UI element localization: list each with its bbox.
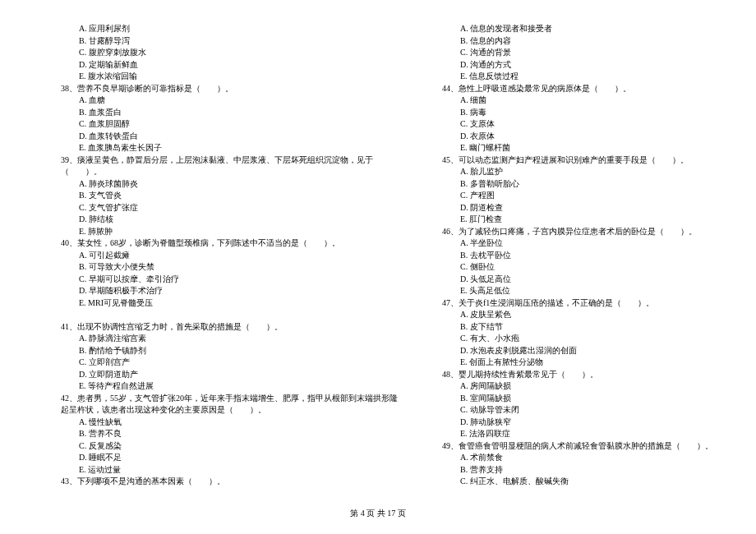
option-line: C. 支气管扩张症	[41, 202, 398, 214]
option-line: E. 血浆胰岛素生长因子	[41, 142, 398, 154]
option-line: A. 细菌	[422, 94, 715, 107]
question-line: 44、急性上呼吸道感染最常见的病原体是（ ）。	[422, 83, 715, 95]
right-column: A. 信息的发现者和接受者B. 信息的内容C. 沟通的背景D. 沟通的方式E. …	[422, 23, 715, 488]
option-line: B. 室间隔缺损	[422, 393, 715, 405]
option-line: B. 支气管炎	[41, 190, 398, 202]
option-line: E. 信息反馈过程	[422, 71, 715, 83]
question-line: 47、关于炎f1生浸润期压疮的描述，不正确的是（ ）。	[422, 297, 715, 310]
option-line: B. 去枕平卧位	[422, 250, 715, 262]
page-columns: A. 应用利尿剂B. 甘露醇导泻C. 腹腔穿刺放腹水D. 定期输新鲜血E. 腹水…	[41, 23, 715, 488]
question-line: 40、某女性，68岁，诊断为脊髓型颈椎病，下列陈述中不适当的是（ ）。	[41, 237, 398, 250]
question-line: 起呈杵状，该患者出现这种变化的主要原因是（ ）。	[41, 404, 398, 417]
option-line: C. 立即剖宫产	[41, 357, 398, 369]
option-line: A. 皮肤呈紫色	[422, 309, 715, 321]
option-line: A. 术前禁食	[422, 452, 715, 464]
option-line: C. 血浆胆固醇	[41, 118, 398, 131]
option-line: D. 肺结核	[41, 214, 398, 226]
option-line: A. 信息的发现者和接受者	[422, 23, 715, 35]
option-line: C. 纠正水、电解质、酸碱失衡	[422, 476, 715, 488]
option-line: E. 肺脓肿	[41, 226, 398, 238]
option-line: D. 早期随积极手术治疗	[41, 285, 398, 297]
option-line: D. 定期输新鲜血	[41, 59, 398, 71]
option-line: A. 血糖	[41, 94, 398, 107]
option-line: C. 沟通的背景	[422, 47, 715, 59]
option-line: C. 支原体	[422, 118, 715, 131]
option-line: B. 皮下结节	[422, 321, 715, 334]
option-line: E. 法洛四联症	[422, 428, 715, 440]
option-line: A. 胎儿监护	[422, 166, 715, 178]
option-line: C. 动脉导管未闭	[422, 404, 715, 417]
option-line: D. 衣原体	[422, 131, 715, 143]
question-line: 42、患者男，55岁，支气管扩张20年，近年来手指末端增生、肥厚，指甲从根部到末…	[41, 393, 398, 405]
option-line: D. 睡眠不足	[41, 452, 398, 464]
option-line: E. 幽门螺杆菌	[422, 142, 715, 154]
option-line: A. 房间隔缺损	[422, 380, 715, 393]
question-line	[41, 309, 398, 321]
option-line: A. 静脉滴注缩宫素	[41, 333, 398, 345]
question-line: 49、食管癌食管明显梗阻的病人术前减轻食管黏膜水肿的措施是（ ）。	[422, 440, 715, 453]
question-line: 45、可以动态监测产妇产程进展和识别难产的重要手段是（ ）。	[422, 154, 715, 167]
option-line: B. 可导致大小便失禁	[41, 261, 398, 274]
option-line: E. 运动过量	[41, 464, 398, 476]
option-line: C. 腹腔穿刺放腹水	[41, 47, 398, 59]
option-line: D. 水泡表皮剥脱露出湿润的创面	[422, 345, 715, 357]
option-line: B. 酌情给予镇静剂	[41, 345, 398, 357]
option-line: E. 创面上有脓性分泌物	[422, 357, 715, 369]
option-line: B. 多普勒听胎心	[422, 178, 715, 191]
option-line: A. 可引起截瘫	[41, 250, 398, 262]
option-line: A. 应用利尿剂	[41, 23, 398, 35]
question-line: 46、为了减轻伤口疼痛，子宫内膜异位症患者术后的卧位是（ ）。	[422, 226, 715, 238]
option-line: C. 有大、小水疱	[422, 333, 715, 345]
option-line: B. 营养不良	[41, 428, 398, 440]
option-line: E. 肛门检查	[422, 214, 715, 226]
option-line: A. 慢性缺氧	[41, 417, 398, 429]
page-footer: 第 4 页 共 17 页	[0, 508, 756, 519]
option-line: B. 信息的内容	[422, 35, 715, 48]
question-line: 41、出现不协调性宫缩乏力时，首先采取的措施是（ ）。	[41, 321, 398, 334]
option-line: C. 反复感染	[41, 440, 398, 453]
option-line: C. 早期可以按摩、牵引治疗	[41, 274, 398, 286]
option-line: C. 侧卧位	[422, 261, 715, 274]
option-line: B. 甘露醇导泻	[41, 35, 398, 48]
option-line: B. 营养支持	[422, 464, 715, 476]
option-line: A. 肺炎球菌肺炎	[41, 178, 398, 191]
option-line: E. 等待产程自然进展	[41, 380, 398, 393]
option-line: D. 沟通的方式	[422, 59, 715, 71]
option-line: D. 肺动脉狭窄	[422, 417, 715, 429]
option-line: A. 半坐卧位	[422, 237, 715, 250]
option-line: D. 阴道检查	[422, 202, 715, 214]
option-line: C. 产程图	[422, 190, 715, 202]
question-line: 38、营养不良早期诊断的可靠指标是（ ）。	[41, 83, 398, 95]
question-line: 48、婴儿期持续性青紫最常见于（ ）。	[422, 369, 715, 381]
question-line: （ ）。	[41, 166, 398, 178]
option-line: B. 血浆蛋白	[41, 107, 398, 119]
option-line: E. 头高足低位	[422, 285, 715, 297]
question-line: 39、痰液呈黄色，静置后分层，上层泡沫黏液、中层浆液、下层坏死组织沉淀物，见于	[41, 154, 398, 167]
option-line: E. 腹水浓缩回输	[41, 71, 398, 83]
option-line: D. 头低足高位	[422, 274, 715, 286]
option-line: E. MRI可见脊髓受压	[41, 297, 398, 310]
option-line: D. 血浆转铁蛋白	[41, 131, 398, 143]
left-column: A. 应用利尿剂B. 甘露醇导泻C. 腹腔穿刺放腹水D. 定期输新鲜血E. 腹水…	[41, 23, 398, 488]
option-line: B. 病毒	[422, 107, 715, 119]
option-line: D. 立即阴道助产	[41, 369, 398, 381]
question-line: 43、下列哪项不是沟通的基本因素（ ）。	[41, 476, 398, 488]
